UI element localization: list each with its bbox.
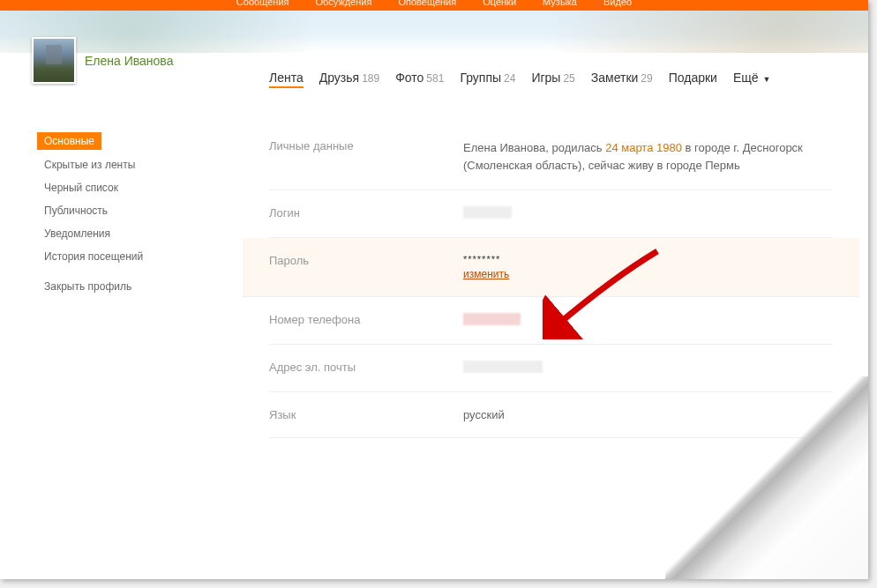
avatar[interactable] — [32, 37, 76, 84]
tab-games[interactable]: Игры 25 — [531, 71, 574, 85]
sidebar-item-hidden[interactable]: Скрытые из ленты — [32, 153, 225, 176]
password-mask: ******** — [463, 254, 833, 264]
row-phone[interactable]: Номер телефона — [269, 297, 833, 345]
tab-count: 25 — [563, 72, 574, 85]
tab-photos[interactable]: Фото 581 — [395, 71, 444, 85]
sidebar-item-history[interactable]: История посещений — [32, 245, 225, 268]
nav-discussions[interactable]: Обсуждения — [316, 0, 372, 7]
row-language[interactable]: Язык русский — [269, 392, 833, 438]
email-value-hidden — [463, 361, 543, 373]
nav-ratings[interactable]: Оценки — [483, 0, 516, 7]
tab-label: Игры — [531, 71, 560, 85]
nav-video[interactable]: Видео — [603, 0, 632, 7]
login-value-hidden — [463, 206, 512, 219]
row-password[interactable]: Пароль ******** изменить — [243, 238, 859, 297]
language-value: русский — [463, 408, 833, 421]
row-label: Адрес эл. почты — [269, 361, 463, 376]
nav-messages[interactable]: Сообщения — [236, 0, 289, 7]
sidebar-item-publicity[interactable]: Публичность — [32, 199, 225, 222]
sidebar-item-blacklist[interactable]: Черный список — [32, 176, 225, 199]
profile-name[interactable]: Елена Иванова — [85, 54, 173, 68]
tab-label: Друзья — [319, 71, 359, 85]
top-navigation: Сообщения Обсуждения Оповещения Оценки М… — [0, 0, 868, 11]
tab-label: Лента — [269, 71, 304, 85]
row-label: Номер телефона — [269, 313, 463, 328]
birth-date: 24 марта 1980 — [605, 141, 682, 154]
settings-sidebar: Основные Скрытые из ленты Черный список … — [32, 132, 225, 298]
nav-music[interactable]: Музыка — [543, 0, 577, 7]
row-email[interactable]: Адрес эл. почты — [269, 345, 833, 392]
tab-label: Фото — [395, 71, 424, 85]
tab-count: 581 — [426, 72, 444, 85]
tab-feed[interactable]: Лента — [269, 71, 304, 88]
tab-label: Ещё — [733, 71, 759, 85]
tab-count: 189 — [362, 72, 379, 85]
tab-friends[interactable]: Друзья 189 — [319, 71, 379, 85]
row-label: Пароль — [269, 254, 463, 280]
tab-notes[interactable]: Заметки 29 — [591, 71, 653, 85]
phone-value-hidden — [463, 313, 521, 325]
row-label: Логин — [269, 206, 463, 221]
nav-notifications[interactable]: Оповещения — [398, 0, 456, 7]
sidebar-item-main[interactable]: Основные — [37, 132, 101, 150]
row-personal-data[interactable]: Личные данные Елена Иванова, родилась 24… — [269, 123, 833, 190]
tab-label: Заметки — [591, 71, 639, 85]
row-label: Личные данные — [269, 139, 463, 174]
tab-label: Подарки — [669, 71, 717, 85]
sidebar-item-close-profile[interactable]: Закрыть профиль — [32, 275, 225, 298]
header-banner — [0, 11, 868, 53]
personal-data-text: Елена Иванова, родилась 24 марта 1980 в … — [463, 139, 833, 174]
tab-more[interactable]: Ещё ▼ — [733, 71, 771, 85]
tab-count: 24 — [504, 72, 515, 85]
chevron-down-icon: ▼ — [763, 75, 771, 84]
tab-gifts[interactable]: Подарки — [669, 71, 717, 85]
profile-tabs: Лента Друзья 189 Фото 581 Группы 24 Игры… — [269, 71, 833, 88]
change-password-link[interactable]: изменить — [463, 268, 509, 280]
tab-groups[interactable]: Группы 24 — [460, 71, 515, 85]
row-login[interactable]: Логин — [269, 190, 833, 238]
tab-count: 29 — [641, 72, 652, 85]
row-label: Язык — [269, 408, 463, 421]
tab-label: Группы — [460, 71, 501, 85]
sidebar-item-notifications[interactable]: Уведомления — [32, 222, 225, 245]
